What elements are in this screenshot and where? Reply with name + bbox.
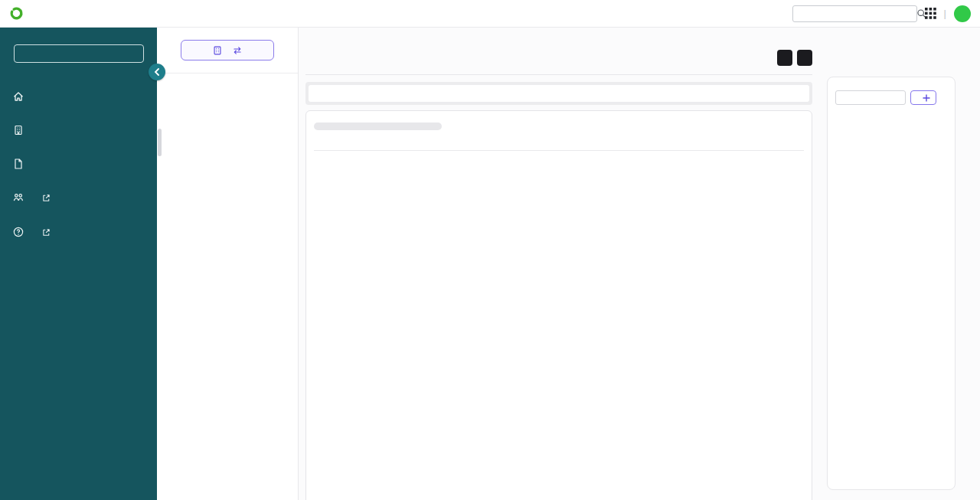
create-policy-button[interactable] (910, 90, 936, 105)
channel-search-input[interactable] (309, 85, 809, 102)
global-search-input[interactable] (798, 8, 916, 19)
sidebar-item-forum[interactable] (0, 187, 157, 208)
sidebar-collapse-button[interactable] (149, 64, 165, 80)
apps-grid-icon[interactable] (925, 8, 936, 19)
org-sidebar-divider (157, 73, 298, 74)
document-icon (12, 158, 24, 170)
organization-icon (12, 124, 24, 136)
channel-tabs (305, 74, 812, 75)
sidebar-item-dashboard[interactable] (0, 86, 157, 107)
plus-icon (923, 94, 930, 102)
swap-arrows-icon (232, 46, 243, 55)
help-question-icon (12, 226, 24, 238)
sidebar-item-my-organizations[interactable] (0, 119, 157, 141)
anaconda-logo (9, 6, 29, 21)
external-link-icon (41, 193, 51, 203)
policies-panel (827, 77, 956, 490)
global-search (792, 5, 917, 22)
policies-search-input[interactable] (835, 90, 906, 105)
sidebar-item-support[interactable] (0, 221, 157, 243)
user-avatar[interactable] (954, 5, 971, 22)
table-header (314, 138, 804, 151)
external-link-icon (41, 227, 51, 237)
channel-tracking-button[interactable] (797, 50, 812, 66)
anaconda-logo-icon (9, 6, 24, 21)
channel-search (305, 82, 812, 105)
org-building-icon (212, 45, 223, 56)
top-bar: | (0, 0, 980, 28)
create-button[interactable] (14, 44, 144, 63)
add-channel-button[interactable] (777, 50, 792, 66)
org-sidebar (157, 28, 299, 500)
section-subtitle-skeleton (314, 123, 442, 130)
main-content (299, 28, 980, 500)
org-switcher-button[interactable] (181, 40, 274, 60)
forum-people-icon (12, 191, 24, 204)
home-icon (12, 90, 24, 103)
primary-sidebar (0, 28, 157, 500)
scrollbar-thumb[interactable] (158, 129, 162, 156)
sidebar-item-resources[interactable] (0, 153, 157, 175)
virtual-channels-card (305, 110, 812, 500)
topbar-divider: | (944, 8, 946, 19)
section-title (314, 111, 804, 119)
